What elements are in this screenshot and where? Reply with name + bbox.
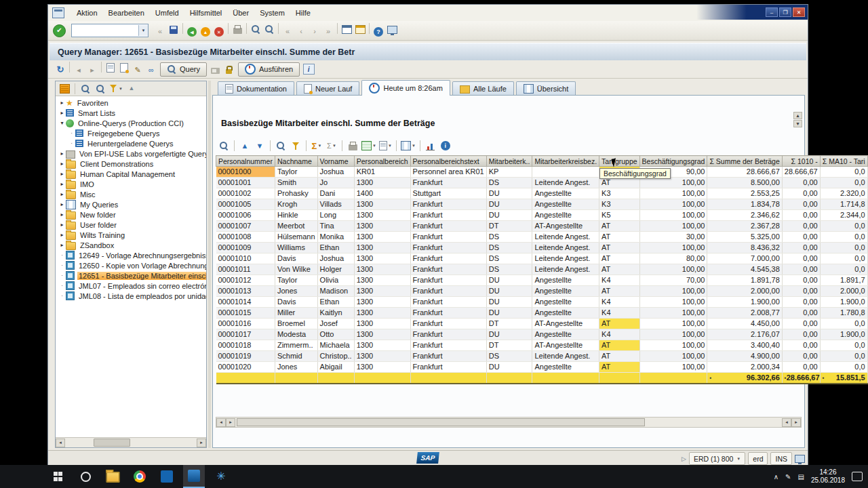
table-cell[interactable]: Angestellte: [532, 286, 599, 297]
tree-expand-icon[interactable]: ▸: [58, 150, 66, 157]
tab-1[interactable]: Neuer Lauf: [296, 81, 359, 96]
table-cell[interactable]: DU: [486, 275, 532, 286]
table-cell[interactable]: 1300: [354, 297, 410, 308]
table-cell[interactable]: 00001013: [216, 286, 275, 297]
table-cell[interactable]: 2.000,0: [820, 286, 867, 297]
table-row[interactable]: 00001015MillerKaitlyn1300FrankfurtDUAnge…: [216, 308, 868, 319]
exit-icon[interactable]: ▲: [199, 26, 212, 39]
enter-icon[interactable]: ✔: [52, 24, 66, 37]
help-icon[interactable]: ?: [372, 26, 385, 39]
totals-cell[interactable]: [639, 373, 707, 384]
table-cell[interactable]: K4: [599, 297, 640, 308]
table-row[interactable]: 00001009WilliamsEthan1300FrankfurtDSLeit…: [216, 243, 868, 253]
column-header-8[interactable]: Beschäftigungsgrad: [639, 156, 707, 167]
table-cell[interactable]: Prohasky: [275, 188, 317, 199]
tree-expand-icon[interactable]: ·: [58, 262, 66, 268]
totals-cell[interactable]: [354, 373, 410, 384]
table-cell[interactable]: 1400: [354, 188, 410, 199]
table-cell[interactable]: 00001012: [216, 275, 275, 286]
table-cell[interactable]: 0,0: [820, 221, 867, 232]
insert-mode-field[interactable]: INS: [770, 452, 792, 465]
table-cell[interactable]: 00001019: [216, 351, 275, 362]
table-cell[interactable]: Frankfurt: [410, 297, 486, 308]
menu-item-1[interactable]: Bearbeiten: [103, 7, 150, 19]
table-cell[interactable]: 0,00: [782, 362, 820, 373]
grid-scroll-left-icon[interactable]: ◂: [216, 418, 226, 427]
table-cell[interactable]: Christop..: [317, 351, 354, 362]
tab-4[interactable]: Übersicht: [516, 81, 576, 96]
table-row[interactable]: 00001018Zimmerm..Michaela1300FrankfurtDT…: [216, 340, 868, 351]
tree-expand-icon[interactable]: ▸: [58, 181, 66, 187]
tree-expand-icon[interactable]: ·: [58, 283, 66, 289]
table-cell[interactable]: AT: [599, 362, 640, 373]
tree-expand-icon[interactable]: ·: [58, 252, 66, 258]
tab-0[interactable]: Dokumentation: [218, 81, 294, 96]
info-icon[interactable]: i: [302, 63, 315, 76]
table-cell[interactable]: 00001014: [216, 297, 275, 308]
totals-cell[interactable]: [275, 373, 317, 384]
grid-print-icon[interactable]: [346, 140, 359, 152]
minimize-button[interactable]: –: [766, 7, 778, 17]
tree-find-icon[interactable]: [79, 82, 92, 95]
totals-cell[interactable]: [410, 373, 486, 384]
tree-expand-icon[interactable]: ▸: [58, 161, 66, 167]
column-header-9[interactable]: Σ Summe der Beträge: [707, 156, 782, 167]
table-cell[interactable]: Miller: [275, 308, 317, 319]
close-button[interactable]: ✕: [793, 7, 805, 17]
taskbar-clock[interactable]: 14:26 25.06.2018: [811, 468, 845, 485]
back-icon[interactable]: ◀: [185, 26, 199, 39]
table-cell[interactable]: 28.666,67: [782, 167, 820, 178]
table-cell[interactable]: Jo: [317, 178, 354, 188]
table-cell[interactable]: 00001015: [216, 308, 275, 319]
table-cell[interactable]: Broemel: [275, 319, 317, 329]
table-cell[interactable]: Personnel area KR01: [410, 167, 486, 178]
column-header-5[interactable]: Mitarbeiterk..: [486, 156, 532, 167]
menu-item-4[interactable]: Über: [227, 7, 254, 19]
new-session-icon[interactable]: [340, 23, 353, 36]
lock-icon[interactable]: [222, 63, 236, 76]
table-cell[interactable]: 100,00: [639, 308, 707, 319]
tab-2[interactable]: Heute um 8:26am: [361, 80, 450, 96]
views-icon[interactable]: ▼: [400, 140, 416, 152]
table-cell[interactable]: 00001020: [216, 362, 275, 373]
table-cell[interactable]: K5: [599, 210, 640, 221]
table-cell[interactable]: Madison: [317, 286, 354, 297]
table-cell[interactable]: DU: [486, 210, 532, 221]
tree-expand-icon[interactable]: ·: [68, 140, 75, 146]
table-cell[interactable]: 00001006: [216, 210, 275, 221]
table-cell[interactable]: 100,00: [639, 351, 707, 362]
table-cell[interactable]: AT: [599, 286, 640, 297]
table-cell[interactable]: AT: [599, 351, 640, 362]
table-cell[interactable]: 2.008,77: [707, 308, 782, 319]
table-cell[interactable]: DS: [486, 264, 532, 275]
table-cell[interactable]: 0,00: [782, 188, 820, 199]
table-cell[interactable]: 00001002: [216, 188, 275, 199]
table-cell[interactable]: 0,0: [820, 340, 867, 351]
table-row[interactable]: 00001017ModestaOtto1300FrankfurtDUAngest…: [216, 329, 868, 340]
table-cell[interactable]: 1.900,0: [820, 329, 867, 340]
tree-item[interactable]: ·Freigegebene Querys: [56, 128, 206, 138]
table-cell[interactable]: 100,00: [639, 199, 707, 210]
tree-item[interactable]: ·12650 - Kopie von Vorlage Abrechnungser: [56, 260, 206, 270]
table-cell[interactable]: Frankfurt: [410, 199, 486, 210]
table-cell[interactable]: Angestellte: [532, 275, 599, 286]
grid-scroll-left2-icon[interactable]: ▸: [226, 418, 235, 427]
table-cell[interactable]: Angestellte: [532, 210, 599, 221]
tree-item[interactable]: ▸IMO: [56, 179, 206, 189]
find-icon[interactable]: [249, 22, 262, 35]
table-cell[interactable]: 0,0: [820, 362, 867, 373]
table-cell[interactable]: 00001016: [216, 319, 275, 329]
table-cell[interactable]: 00001007: [216, 221, 275, 232]
table-cell[interactable]: DU: [486, 297, 532, 308]
tree-expand-icon[interactable]: ▸: [58, 191, 66, 197]
table-cell[interactable]: Joshua: [317, 253, 354, 264]
table-cell[interactable]: Long: [317, 210, 354, 221]
refresh-icon[interactable]: ↻: [54, 63, 67, 76]
tree-expand-icon[interactable]: ▸: [58, 201, 66, 207]
maximize-button[interactable]: ❐: [779, 7, 791, 17]
table-row[interactable]: 00001005KroghVillads1300FrankfurtDUAnges…: [216, 199, 868, 210]
table-cell[interactable]: 1300: [354, 210, 410, 221]
find-next-icon[interactable]: [262, 22, 276, 35]
table-cell[interactable]: 0,0: [820, 253, 867, 264]
scroll-up-icon[interactable]: ▲: [793, 112, 802, 119]
